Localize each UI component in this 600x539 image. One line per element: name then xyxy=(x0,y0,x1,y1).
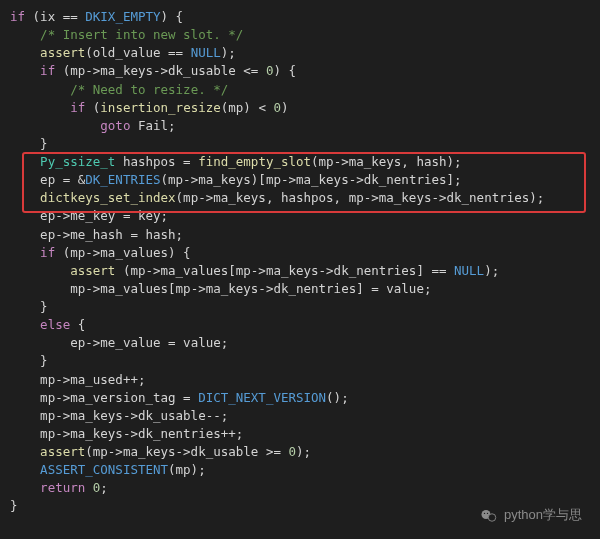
fn: assert xyxy=(40,444,85,459)
txt: (mp->ma_keys, hashpos, mp->ma_keys->dk_n… xyxy=(176,190,545,205)
txt xyxy=(85,480,93,495)
kw: if xyxy=(40,245,55,260)
kw: goto xyxy=(100,118,130,133)
macro: ASSERT_CONSISTENT xyxy=(40,462,168,477)
txt: ep->me_value = value; xyxy=(70,335,228,350)
txt: ( xyxy=(85,100,100,115)
txt: mp->ma_version_tag = xyxy=(40,390,198,405)
txt: Fail; xyxy=(130,118,175,133)
txt: ) { xyxy=(161,9,184,24)
txt: mp->ma_values[mp->ma_keys->dk_nentries] … xyxy=(70,281,431,296)
txt: (mp); xyxy=(168,462,206,477)
txt: } xyxy=(40,353,48,368)
const: DKIX_EMPTY xyxy=(85,9,160,24)
fn: assert xyxy=(40,45,85,60)
txt: ); xyxy=(484,263,499,278)
kw: if xyxy=(10,9,25,24)
macro: DK_ENTRIES xyxy=(85,172,160,187)
txt: ep = & xyxy=(40,172,85,187)
txt: mp->ma_keys->dk_usable--; xyxy=(40,408,228,423)
txt: ; xyxy=(100,480,108,495)
kw: else xyxy=(40,317,70,332)
comment: /* Need to resize. */ xyxy=(70,82,228,97)
macro: DICT_NEXT_VERSION xyxy=(198,390,326,405)
null: NULL xyxy=(454,263,484,278)
kw: if xyxy=(40,63,55,78)
txt: (old_value == xyxy=(85,45,190,60)
code-block: if (ix == DKIX_EMPTY) { /* Insert into n… xyxy=(0,0,600,524)
txt: hashpos = xyxy=(115,154,198,169)
txt: (mp->ma_keys, hash); xyxy=(311,154,462,169)
svg-point-4 xyxy=(487,512,488,513)
txt: (mp->ma_keys)[mp->ma_keys->dk_nentries]; xyxy=(161,172,462,187)
watermark-text: python学与思 xyxy=(504,506,582,525)
txt: ); xyxy=(221,45,236,60)
txt: mp->ma_used++; xyxy=(40,372,145,387)
num: 0 xyxy=(288,444,296,459)
txt: (mp->ma_values) { xyxy=(55,245,190,260)
watermark: python学与思 xyxy=(480,506,582,525)
num: 0 xyxy=(273,100,281,115)
txt: ep->me_hash = hash; xyxy=(40,227,183,242)
comment: /* Insert into new slot. */ xyxy=(40,27,243,42)
type: Py_ssize_t xyxy=(40,154,115,169)
txt: } xyxy=(10,498,18,513)
fn: find_empty_slot xyxy=(198,154,311,169)
txt: ) { xyxy=(273,63,296,78)
txt: (mp) < xyxy=(221,100,274,115)
txt: (ix == xyxy=(25,9,85,24)
txt: (mp->ma_keys->dk_usable <= xyxy=(55,63,266,78)
kw: return xyxy=(40,480,85,495)
null: NULL xyxy=(191,45,221,60)
fn: assert xyxy=(70,263,115,278)
kw: if xyxy=(70,100,85,115)
txt: (mp->ma_values[mp->ma_keys->dk_nentries]… xyxy=(115,263,454,278)
fn: insertion_resize xyxy=(100,100,220,115)
svg-point-3 xyxy=(484,512,485,513)
txt: (); xyxy=(326,390,349,405)
txt: { xyxy=(70,317,85,332)
txt: ); xyxy=(296,444,311,459)
wechat-icon xyxy=(480,507,498,525)
txt: (mp->ma_keys->dk_usable >= xyxy=(85,444,288,459)
txt: } xyxy=(40,136,48,151)
txt: ) xyxy=(281,100,289,115)
txt: mp->ma_keys->dk_nentries++; xyxy=(40,426,243,441)
fn: dictkeys_set_index xyxy=(40,190,175,205)
txt: ep->me_key = key; xyxy=(40,208,168,223)
txt: } xyxy=(40,299,48,314)
